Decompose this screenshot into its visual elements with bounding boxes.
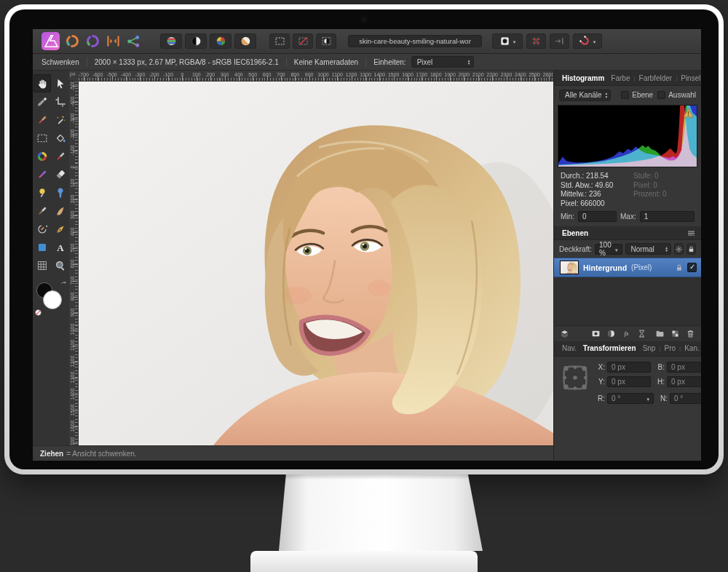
tab-kanaele[interactable]: Kan. [681, 343, 701, 354]
opacity-dropdown[interactable]: 100 % [595, 244, 622, 255]
smudge-tool-button[interactable] [52, 202, 69, 220]
swap-colors-icon[interactable] [60, 280, 68, 288]
new-layer-icon[interactable] [670, 329, 680, 338]
auto-contrast-button[interactable] [185, 33, 207, 49]
mesh-warp-tool-button[interactable] [33, 256, 51, 274]
x-input[interactable]: 0 px [607, 362, 651, 373]
live-filter-icon[interactable]: fx [622, 329, 631, 338]
ruler-label: -200 [149, 72, 159, 77]
mask-icon[interactable] [591, 329, 601, 338]
pink-brush-icon [36, 169, 48, 180]
layers-stack-icon[interactable] [560, 329, 569, 338]
develop-persona-icon[interactable] [85, 33, 100, 49]
shape-tool-button[interactable] [33, 238, 51, 256]
healing-brush-tool-button[interactable] [33, 111, 51, 129]
snap-move-icon [554, 36, 565, 47]
y-input[interactable]: 0 px [607, 376, 651, 387]
tab-navigator[interactable]: Nav. [559, 343, 579, 354]
marquee-tool-button[interactable] [33, 129, 51, 147]
tab-pinsel[interactable]: Pinsel [678, 73, 701, 84]
tab-snapshots[interactable]: Snp [640, 343, 659, 354]
snapshot-icon[interactable] [637, 329, 646, 338]
erase-tool-button[interactable] [52, 165, 69, 183]
blend-mode-select[interactable]: Normal [625, 243, 671, 255]
burn-tool-button[interactable] [52, 183, 69, 202]
monitor-bezel: skin-care-beauty-smiling-natural-wor [9, 9, 719, 469]
gradient-tool-button[interactable] [33, 147, 51, 165]
dodge-tool-button[interactable] [33, 183, 51, 202]
color-picker-tool-button[interactable] [33, 92, 51, 111]
background-color-swatch[interactable] [43, 290, 62, 309]
new-group-icon[interactable] [655, 329, 665, 338]
tab-farbe[interactable]: Farbe [608, 73, 633, 84]
tab-transformieren[interactable]: Transformieren [580, 343, 639, 354]
width-input[interactable]: 0 px [667, 362, 701, 373]
lock-layer-button[interactable] [687, 243, 696, 255]
flood-fill-tool-button[interactable] [52, 129, 69, 147]
anchor-point-selector-icon[interactable] [561, 364, 589, 392]
ruler-label: 1400 [374, 72, 386, 77]
vertical-ruler: -500-400-300-200-10001002003004005006007… [69, 82, 79, 445]
auto-levels-button[interactable] [160, 33, 182, 49]
adjustment-icon[interactable] [606, 329, 616, 338]
layer-settings-button[interactable] [674, 243, 684, 255]
layer-lock-icon[interactable] [675, 263, 684, 272]
affinity-photo-logo-icon[interactable] [41, 32, 60, 50]
delete-layer-icon[interactable] [686, 329, 695, 338]
snapping-magnet-button[interactable] [573, 33, 602, 49]
tab-farbfelder[interactable]: Farbfelder [636, 73, 676, 84]
export-persona-icon[interactable] [126, 33, 141, 49]
height-input[interactable]: 0 px [667, 376, 701, 387]
text-icon: A [55, 242, 66, 253]
min-input[interactable]: 0 [578, 211, 617, 222]
stat-stddev: Std. Abw.: 49.60 [561, 181, 633, 191]
units-select[interactable]: Pixel [411, 56, 474, 68]
panel-menu-icon[interactable] [686, 228, 696, 238]
zoom-tool-button[interactable] [52, 256, 69, 274]
assistant-button[interactable] [492, 33, 523, 49]
color-wheel-icon [36, 151, 48, 162]
gear-icon [675, 245, 683, 253]
paint-brush-tool-button[interactable] [52, 147, 69, 165]
invert-selection-button[interactable] [316, 33, 336, 49]
no-color-icon[interactable] [34, 309, 42, 317]
move-tool-button[interactable] [52, 74, 69, 92]
rotation-dropdown[interactable]: 0 ° [607, 393, 654, 404]
layer-visibility-checkbox[interactable] [687, 263, 697, 272]
layer-checkbox[interactable] [621, 91, 629, 99]
ruler-label: -300 [135, 72, 145, 77]
tab-protokoll[interactable]: Pro [662, 343, 679, 354]
auto-colors-button[interactable] [210, 33, 232, 49]
blur-tool-button[interactable] [33, 202, 51, 220]
text-tool-button[interactable]: A [52, 238, 69, 256]
pen-tool-button[interactable] [52, 220, 69, 238]
crop-tool-button[interactable] [52, 92, 69, 111]
clone-stamp-tool-button[interactable] [33, 220, 51, 238]
snap-move-button[interactable] [550, 33, 569, 49]
color-replacement-tool-button[interactable] [33, 165, 51, 183]
view-tool-button[interactable] [33, 74, 51, 92]
snap-grid-button[interactable] [526, 33, 546, 49]
shear-dropdown[interactable]: 0 ° [670, 393, 701, 404]
tab-ebenen[interactable]: Ebenen [559, 228, 591, 239]
tab-histogramm[interactable]: Histogramm [559, 73, 607, 84]
canvas-viewport[interactable] [79, 82, 553, 445]
blemish-removal-tool-button[interactable] [52, 111, 69, 129]
channel-select[interactable]: Alle Kanäle [559, 90, 611, 101]
ruler-label: 500 [248, 72, 257, 77]
selection-mode-button[interactable] [269, 33, 290, 49]
auto-white-balance-button[interactable] [234, 33, 256, 49]
ruler-label: 2500 [529, 72, 540, 77]
layer-row-hintergrund[interactable]: Hintergrund (Pixel) [554, 258, 701, 277]
photo-persona-icon[interactable] [65, 33, 80, 49]
liquify-persona-icon[interactable] [106, 33, 121, 49]
deselect-button[interactable] [293, 33, 313, 49]
max-input[interactable]: 1 [640, 211, 695, 222]
clipping-warning-icon[interactable] [683, 108, 694, 118]
selection-checkbox[interactable] [657, 91, 665, 99]
layer-name: Hintergrund [583, 263, 627, 272]
auto-colors-icon [215, 36, 226, 47]
max-value: 1 [644, 212, 649, 221]
horizontal-ruler: -700-600-500-400-300-200-100010020030040… [79, 71, 553, 81]
stat-pixels: Pixel: 666000 [561, 199, 633, 209]
